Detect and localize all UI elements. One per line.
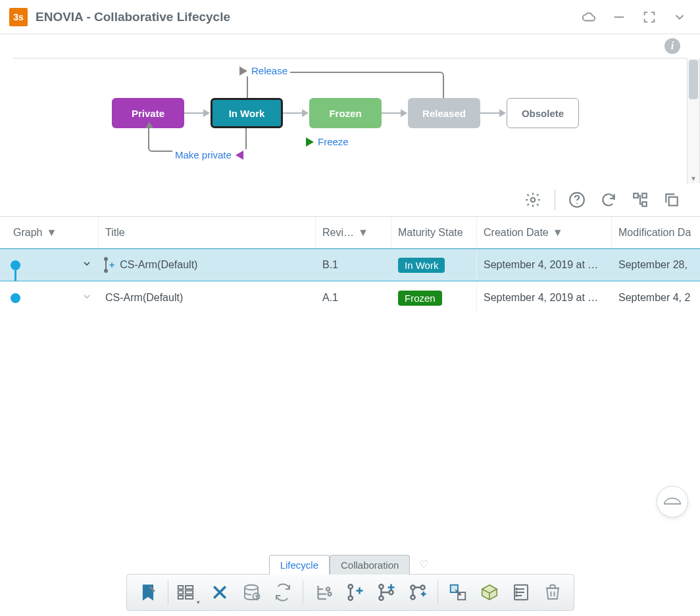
column-header-revision[interactable]: Revi…▼ [316, 217, 391, 248]
svg-rect-9 [178, 591, 184, 594]
sync-button[interactable] [268, 579, 297, 606]
bottom-tabs: Lifecycle Collaboration ♡ [269, 554, 432, 574]
refresh-button[interactable] [599, 190, 618, 210]
app-icon: 3s [9, 8, 28, 26]
arrow-icon [184, 112, 209, 114]
graph-node-icon [11, 260, 20, 270]
column-header-created[interactable]: Creation Date▼ [477, 217, 612, 248]
scrollbar-thumb[interactable] [689, 60, 698, 99]
indent-button[interactable] [309, 579, 338, 606]
expand-toggle[interactable] [82, 291, 92, 304]
cloud-icon[interactable] [578, 6, 600, 28]
help-button[interactable] [567, 190, 587, 210]
svg-rect-5 [642, 193, 647, 198]
svg-rect-6 [642, 202, 647, 206]
branch-add-button[interactable] [340, 579, 369, 606]
filter-icon: ▼ [358, 227, 368, 239]
svg-point-17 [328, 592, 331, 596]
transition-freeze[interactable]: Freeze [306, 136, 349, 147]
svg-point-23 [411, 585, 414, 589]
state-inwork[interactable]: In Work [211, 98, 283, 128]
branch-merge-button[interactable] [372, 579, 401, 606]
svg-point-1 [531, 198, 536, 202]
cell-created: September 4, 2019 at … [477, 281, 612, 314]
svg-point-24 [411, 595, 414, 599]
diagram-scrollbar[interactable]: ▲ ▼ [687, 59, 700, 183]
svg-point-18 [348, 584, 352, 588]
state-released[interactable]: Released [408, 98, 480, 128]
bottom-toolbar [126, 574, 574, 611]
state-frozen[interactable]: Frozen [309, 98, 382, 128]
expand-toggle[interactable] [82, 258, 92, 272]
freeze-label: Freeze [318, 136, 349, 147]
view-toolbar [0, 183, 700, 216]
transition-make-private[interactable]: Make private [172, 149, 246, 160]
minimize-button[interactable] [608, 6, 630, 28]
svg-rect-7 [669, 197, 678, 206]
state-obsolete[interactable]: Obsolete [507, 98, 579, 128]
table-row[interactable]: CS-Arm(Default)A.1FrozenSeptember 4, 201… [0, 281, 700, 314]
cell-revision: B.1 [316, 249, 391, 281]
chevron-down-icon[interactable] [668, 6, 691, 28]
info-row: i [0, 34, 700, 58]
svg-rect-12 [186, 591, 193, 594]
svg-point-20 [379, 584, 383, 588]
copy-button[interactable] [662, 190, 682, 210]
svg-point-22 [389, 590, 393, 594]
table-row[interactable]: +CS-Arm(Default)B.1In WorkSeptember 4, 2… [0, 249, 700, 281]
info-icon[interactable]: i [664, 38, 680, 54]
cell-modified: September 28, [612, 249, 700, 281]
maturity-badge: In Work [398, 258, 445, 273]
transition-make-private-arc [148, 128, 247, 152]
svg-rect-13 [186, 596, 193, 599]
cell-title: +CS-Arm(Default) [99, 249, 316, 281]
svg-point-25 [420, 585, 424, 589]
svg-point-31 [516, 595, 517, 596]
cell-modified: September 4, 2 [612, 281, 700, 314]
tree-view-button[interactable] [630, 190, 650, 210]
graph-node-icon [11, 293, 20, 303]
make-private-label: Make private [175, 149, 232, 160]
svg-point-16 [326, 588, 330, 591]
bottom-panel: Lifecycle Collaboration ♡ [0, 554, 700, 611]
svg-rect-11 [186, 586, 193, 589]
chevron-left-icon [236, 151, 243, 160]
replace-button[interactable] [443, 579, 472, 606]
bookmark-button[interactable] [134, 579, 162, 606]
package-button[interactable] [475, 579, 504, 606]
column-header-graph[interactable]: Graph▼ [0, 217, 99, 248]
arrow-icon [480, 112, 505, 114]
svg-rect-8 [178, 586, 184, 589]
column-header-maturity[interactable]: Maturity State [391, 217, 477, 248]
title-text: CS-Arm(Default) [120, 259, 197, 271]
trash-button[interactable] [538, 579, 567, 606]
app-title: ENOVIA - Collaborative Lifecycle [36, 10, 230, 24]
transition-release[interactable]: Release [237, 65, 290, 76]
properties-button[interactable] [507, 579, 536, 606]
layout-button[interactable] [174, 579, 203, 606]
fullscreen-button[interactable] [638, 6, 661, 28]
favorite-tab-button[interactable]: ♡ [416, 556, 431, 573]
lifecycle-diagram: Release Private In Work Frozen Released … [0, 59, 700, 183]
cell-title: CS-Arm(Default) [99, 281, 316, 314]
cell-graph [0, 249, 99, 281]
delete-button[interactable] [205, 579, 234, 606]
svg-point-19 [348, 596, 352, 600]
svg-point-14 [245, 585, 258, 590]
column-header-title[interactable]: Title [99, 217, 316, 248]
arrow-icon [382, 112, 407, 114]
history-button[interactable] [237, 579, 266, 606]
revision-table: Graph▼ Title Revi…▼ Maturity State Creat… [0, 216, 700, 314]
release-label: Release [251, 65, 288, 76]
assistant-button[interactable] [657, 486, 688, 517]
svg-point-21 [379, 596, 383, 600]
branch-new-button[interactable] [403, 579, 432, 606]
tab-lifecycle[interactable]: Lifecycle [269, 555, 330, 575]
tab-collaboration[interactable]: Collaboration [330, 555, 410, 575]
column-header-modified[interactable]: Modification Da [612, 217, 700, 248]
settings-button[interactable] [523, 190, 543, 210]
arrow-icon [283, 112, 308, 114]
cell-created: September 4, 2019 at … [477, 249, 612, 281]
svg-rect-4 [634, 193, 638, 198]
title-bar: 3s ENOVIA - Collaborative Lifecycle [0, 0, 700, 34]
